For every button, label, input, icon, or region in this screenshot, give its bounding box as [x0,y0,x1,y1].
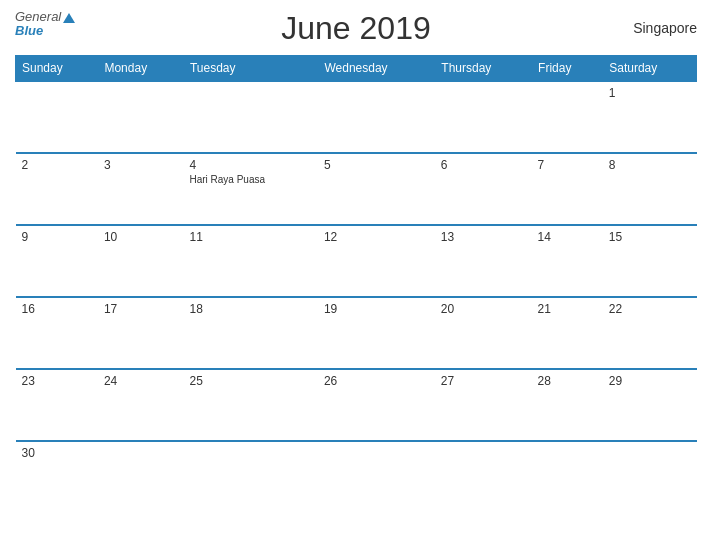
day-number: 3 [104,158,178,172]
calendar-week-row: 16171819202122 [16,297,697,369]
day-number: 15 [609,230,691,244]
table-row [532,441,603,513]
table-row [603,441,697,513]
table-row: 28 [532,369,603,441]
table-row: 9 [16,225,98,297]
logo-triangle-icon [63,13,75,23]
day-number: 12 [324,230,429,244]
day-number: 6 [441,158,526,172]
table-row: 30 [16,441,98,513]
calendar-week-row: 23242526272829 [16,369,697,441]
logo: General Blue [15,10,75,39]
day-number: 24 [104,374,178,388]
day-number: 21 [538,302,597,316]
table-row: 26 [318,369,435,441]
table-row: 14 [532,225,603,297]
day-number: 29 [609,374,691,388]
table-row [532,81,603,153]
day-number: 19 [324,302,429,316]
header-monday: Monday [98,56,184,82]
table-row [318,81,435,153]
day-number: 1 [609,86,691,100]
table-row: 19 [318,297,435,369]
calendar-header: General Blue June 2019 Singapore [15,10,697,47]
table-row: 23 [16,369,98,441]
day-number: 13 [441,230,526,244]
day-number: 10 [104,230,178,244]
calendar-title: June 2019 [281,10,430,47]
table-row: 4Hari Raya Puasa [183,153,317,225]
header-friday: Friday [532,56,603,82]
day-number: 2 [22,158,92,172]
day-number: 8 [609,158,691,172]
table-row: 27 [435,369,532,441]
table-row [318,441,435,513]
table-row: 6 [435,153,532,225]
table-row [98,441,184,513]
day-number: 20 [441,302,526,316]
table-row: 8 [603,153,697,225]
header-wednesday: Wednesday [318,56,435,82]
table-row: 12 [318,225,435,297]
weekday-header-row: Sunday Monday Tuesday Wednesday Thursday… [16,56,697,82]
day-number: 18 [189,302,311,316]
table-row: 21 [532,297,603,369]
header-thursday: Thursday [435,56,532,82]
table-row: 10 [98,225,184,297]
calendar-week-row: 1 [16,81,697,153]
table-row: 16 [16,297,98,369]
table-row: 15 [603,225,697,297]
day-number: 11 [189,230,311,244]
country-label: Singapore [633,20,697,36]
table-row: 17 [98,297,184,369]
calendar-grid: Sunday Monday Tuesday Wednesday Thursday… [15,55,697,513]
day-number: 17 [104,302,178,316]
day-number: 4 [189,158,311,172]
table-row [435,441,532,513]
day-number: 5 [324,158,429,172]
table-row: 2 [16,153,98,225]
day-number: 28 [538,374,597,388]
day-number: 30 [22,446,92,460]
table-row: 13 [435,225,532,297]
table-row: 5 [318,153,435,225]
logo-general-text: General [15,10,75,24]
table-row: 20 [435,297,532,369]
table-row: 3 [98,153,184,225]
logo-blue-text: Blue [15,24,75,38]
calendar-week-row: 9101112131415 [16,225,697,297]
day-number: 27 [441,374,526,388]
header-sunday: Sunday [16,56,98,82]
table-row [98,81,184,153]
header-tuesday: Tuesday [183,56,317,82]
table-row: 11 [183,225,317,297]
calendar-week-row: 30 [16,441,697,513]
day-number: 25 [189,374,311,388]
table-row [16,81,98,153]
day-number: 26 [324,374,429,388]
table-row [435,81,532,153]
calendar-week-row: 234Hari Raya Puasa5678 [16,153,697,225]
table-row: 22 [603,297,697,369]
day-number: 22 [609,302,691,316]
table-row: 24 [98,369,184,441]
table-row: 7 [532,153,603,225]
day-number: 9 [22,230,92,244]
holiday-name: Hari Raya Puasa [189,174,311,185]
calendar-container: General Blue June 2019 Singapore Sunday … [0,0,712,550]
header-saturday: Saturday [603,56,697,82]
table-row: 29 [603,369,697,441]
table-row [183,81,317,153]
day-number: 23 [22,374,92,388]
day-number: 14 [538,230,597,244]
table-row: 18 [183,297,317,369]
table-row: 25 [183,369,317,441]
day-number: 16 [22,302,92,316]
day-number: 7 [538,158,597,172]
table-row [183,441,317,513]
table-row: 1 [603,81,697,153]
